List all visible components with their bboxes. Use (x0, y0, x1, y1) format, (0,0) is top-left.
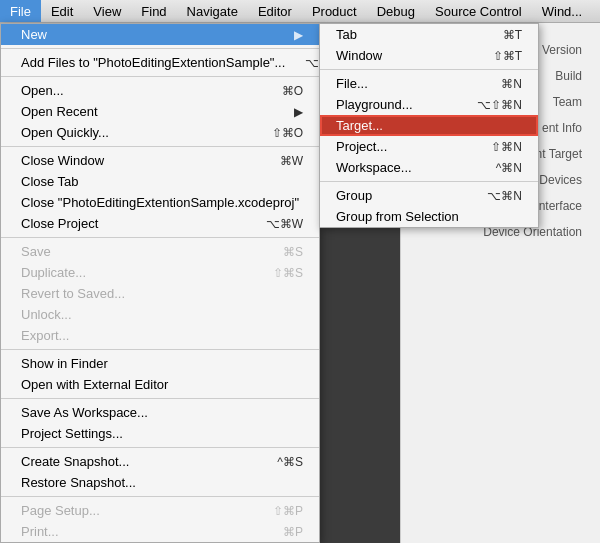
menu-item-save: Save ⌘S (1, 241, 319, 262)
submenu-separator-2 (320, 181, 538, 182)
separator-6 (1, 398, 319, 399)
separator-2 (1, 76, 319, 77)
separator-3 (1, 146, 319, 147)
menu-item-close-project[interactable]: Close Project ⌥⌘W (1, 213, 319, 234)
menu-item-open-recent[interactable]: Open Recent ▶ (1, 101, 319, 122)
menu-item-open-quickly[interactable]: Open Quickly... ⇧⌘O (1, 122, 319, 143)
separator-8 (1, 496, 319, 497)
menubar-source-control[interactable]: Source Control (425, 0, 532, 22)
menu-item-revert: Revert to Saved... (1, 283, 319, 304)
submenu-item-project[interactable]: Project... ⇧⌘N (320, 136, 538, 157)
menu-item-new[interactable]: New ▶ (1, 24, 319, 45)
menubar-view[interactable]: View (83, 0, 131, 22)
menu-item-open[interactable]: Open... ⌘O (1, 80, 319, 101)
submenu-item-target[interactable]: Target... (320, 115, 538, 136)
submenu-item-playground[interactable]: Playground... ⌥⇧⌘N (320, 94, 538, 115)
menu-item-show-finder[interactable]: Show in Finder (1, 353, 319, 374)
menubar-product[interactable]: Product (302, 0, 367, 22)
menu-item-add-files[interactable]: Add Files to "PhotoEditingExtentionSampl… (1, 52, 319, 73)
menubar-navigate[interactable]: Navigate (177, 0, 248, 22)
menu-item-close-file[interactable]: Close "PhotoEditingExtentionSample.xcode… (1, 192, 319, 213)
separator-1 (1, 48, 319, 49)
submenu-item-file[interactable]: File... ⌘N (320, 73, 538, 94)
submenu-item-group-selection[interactable]: Group from Selection (320, 206, 538, 227)
file-dropdown: New ▶ Add Files to "PhotoEditingExtentio… (0, 23, 320, 543)
submenu-item-workspace[interactable]: Workspace... ^⌘N (320, 157, 538, 178)
menu-item-project-settings[interactable]: Project Settings... (1, 423, 319, 444)
submenu-separator-1 (320, 69, 538, 70)
menubar-find[interactable]: Find (131, 0, 176, 22)
menu-item-open-external[interactable]: Open with External Editor (1, 374, 319, 395)
submenu-item-tab[interactable]: Tab ⌘T (320, 24, 538, 45)
menu-item-unlock: Unlock... (1, 304, 319, 325)
separator-7 (1, 447, 319, 448)
menu-item-create-snapshot[interactable]: Create Snapshot... ^⌘S (1, 451, 319, 472)
menu-item-duplicate: Duplicate... ⇧⌘S (1, 262, 319, 283)
menu-item-save-workspace[interactable]: Save As Workspace... (1, 402, 319, 423)
new-submenu: Tab ⌘T Window ⇧⌘T File... ⌘N Playground.… (319, 23, 539, 228)
separator-5 (1, 349, 319, 350)
menu-item-export: Export... (1, 325, 319, 346)
submenu-item-group[interactable]: Group ⌥⌘N (320, 185, 538, 206)
menu-item-restore-snapshot[interactable]: Restore Snapshot... (1, 472, 319, 493)
separator-4 (1, 237, 319, 238)
menubar-edit[interactable]: Edit (41, 0, 83, 22)
menubar-file[interactable]: File (0, 0, 41, 22)
menu-item-print: Print... ⌘P (1, 521, 319, 542)
menu-item-close-window[interactable]: Close Window ⌘W (1, 150, 319, 171)
menubar-debug[interactable]: Debug (367, 0, 425, 22)
menu-item-page-setup: Page Setup... ⇧⌘P (1, 500, 319, 521)
menu-item-close-tab[interactable]: Close Tab (1, 171, 319, 192)
menubar-window[interactable]: Wind... (532, 0, 592, 22)
menubar-editor[interactable]: Editor (248, 0, 302, 22)
submenu-item-window[interactable]: Window ⇧⌘T (320, 45, 538, 66)
menubar: File Edit View Find Navigate Editor Prod… (0, 0, 600, 23)
